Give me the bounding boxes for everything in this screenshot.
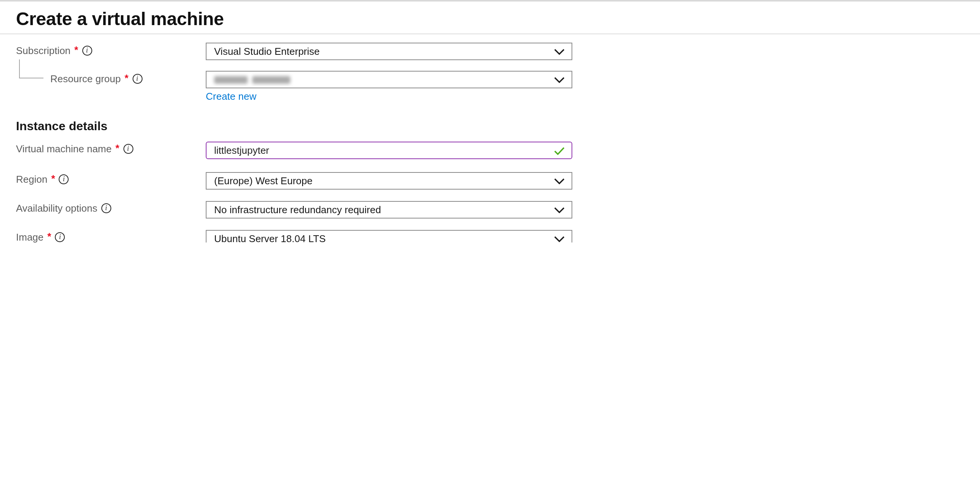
- create-new-link[interactable]: Create new: [206, 91, 256, 102]
- chevron-down-icon: [554, 48, 565, 54]
- info-icon[interactable]: i: [59, 174, 69, 184]
- tree-connector-line: [19, 59, 43, 78]
- chevron-down-icon: [554, 77, 565, 83]
- subscription-value: Visual Studio Enterprise: [214, 46, 320, 57]
- resource-group-label: Resource group * i: [50, 73, 142, 85]
- image-dropdown[interactable]: Ubuntu Server 18.04 LTS: [206, 230, 572, 242]
- availability-options-label: Availability options i: [16, 203, 111, 214]
- required-asterisk: *: [51, 173, 55, 184]
- subscription-dropdown[interactable]: Visual Studio Enterprise: [206, 43, 572, 60]
- region-dropdown[interactable]: (Europe) West Europe: [206, 172, 572, 190]
- instance-details-heading: Instance details: [16, 120, 107, 133]
- info-icon[interactable]: i: [55, 232, 65, 242]
- resource-group-dropdown[interactable]: [206, 71, 572, 88]
- top-edge-strip: [0, 0, 980, 2]
- chevron-down-icon: [554, 236, 565, 242]
- required-asterisk: *: [115, 142, 119, 154]
- required-asterisk: *: [125, 72, 128, 84]
- resource-group-value-redacted: [214, 76, 290, 83]
- info-icon[interactable]: i: [132, 74, 142, 84]
- valid-check-icon: [554, 146, 565, 155]
- required-asterisk: *: [47, 231, 51, 242]
- subscription-label: Subscription * i: [16, 45, 92, 56]
- required-asterisk: *: [74, 44, 78, 56]
- region-value: (Europe) West Europe: [214, 175, 312, 187]
- info-icon[interactable]: i: [101, 203, 111, 213]
- chevron-down-icon: [554, 207, 565, 213]
- chevron-down-icon: [554, 178, 565, 184]
- region-label: Region * i: [16, 174, 69, 185]
- info-icon[interactable]: i: [82, 46, 92, 56]
- image-value: Ubuntu Server 18.04 LTS: [214, 233, 326, 242]
- availability-value: No infrastructure redundancy required: [214, 204, 381, 215]
- header-divider: [0, 34, 980, 34]
- vm-name-value: littlestjupyter: [214, 145, 269, 156]
- info-icon[interactable]: i: [123, 144, 133, 154]
- vm-name-label: Virtual machine name * i: [16, 143, 133, 155]
- image-label: Image * i: [16, 231, 65, 242]
- availability-options-dropdown[interactable]: No infrastructure redundancy required: [206, 201, 572, 219]
- create-vm-page: Create a virtual machine Subscription * …: [0, 0, 980, 242]
- vm-name-input[interactable]: littlestjupyter: [206, 142, 572, 159]
- page-title: Create a virtual machine: [16, 8, 224, 30]
